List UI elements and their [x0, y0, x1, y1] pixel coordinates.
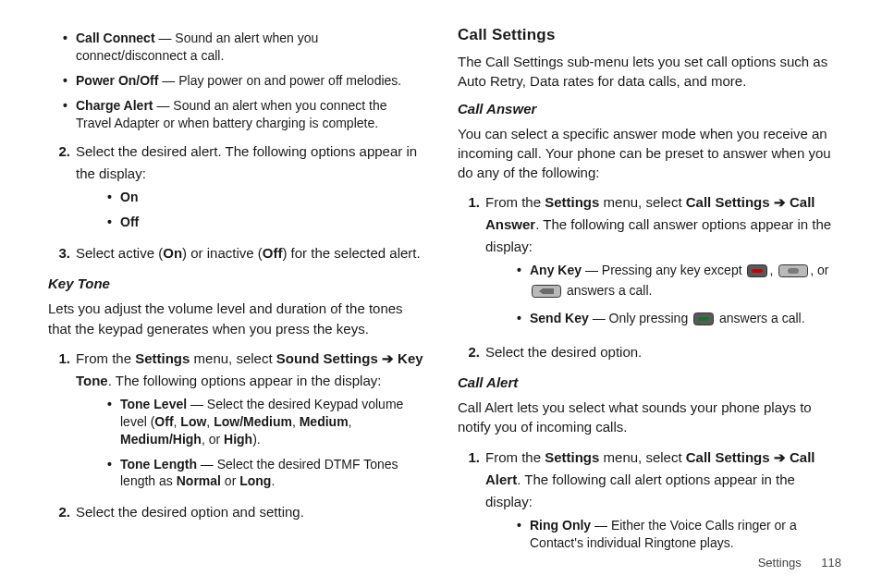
call-answer-options: Any Key — Pressing any key except , , or…: [517, 262, 834, 330]
step-1: 1. From the Settings menu, select Sound …: [48, 348, 424, 490]
list-item: Ring Only — Either the Voice Calls ringe…: [517, 517, 834, 552]
call-settings-heading: Call Settings: [458, 26, 834, 44]
key-tone-options: Tone Level — Select the desired Keypad v…: [107, 396, 424, 490]
alert-type-list: Call Connect — Sound an alert when you c…: [63, 30, 424, 131]
svg-rect-6: [698, 317, 709, 321]
list-item: Any Key — Pressing any key except , , or…: [517, 262, 834, 302]
end-key-icon: [747, 264, 767, 282]
arrow-icon: ➔: [774, 449, 786, 465]
list-item: Off: [107, 214, 424, 231]
column-right: Call Settings The Call Settings sub-menu…: [441, 26, 845, 570]
step-text: From the Settings menu, select Call Sett…: [485, 194, 831, 254]
call-answer-heading: Call Answer: [458, 101, 834, 116]
step-marker: 1.: [48, 348, 70, 370]
list-item: Power On/Off — Play power on and power o…: [63, 72, 424, 90]
page: Call Connect — Sound an alert when you c…: [0, 0, 882, 588]
call-answer-steps: 1. From the Settings menu, select Call S…: [458, 191, 834, 363]
call-answer-intro: You can select a specific answer mode wh…: [458, 124, 834, 183]
alert-steps: 2. Select the desired alert. The followi…: [48, 141, 424, 264]
step-marker: 1.: [458, 447, 480, 469]
step-marker: 2.: [48, 501, 70, 523]
step-text: From the Settings menu, select Sound Set…: [76, 350, 423, 388]
step-marker: 2.: [48, 141, 70, 163]
step-text: Select the desired alert. The following …: [76, 143, 417, 181]
on-off-list: On Off: [107, 189, 424, 231]
step-2: 2. Select the desired option and setting…: [48, 501, 424, 523]
list-item: Call Connect — Sound an alert when you c…: [63, 30, 424, 65]
call-alert-steps: 1. From the Settings menu, select Call S…: [458, 447, 834, 552]
step-2: 2. Select the desired option.: [458, 341, 834, 363]
step-text: Select active (On) or inactive (Off) for…: [76, 245, 421, 261]
arrow-icon: ➔: [774, 194, 786, 210]
step-marker: 1.: [458, 191, 480, 214]
step-2: 2. Select the desired alert. The followi…: [48, 141, 424, 231]
column-left: Call Connect — Sound an alert when you c…: [37, 26, 441, 570]
step-1: 1. From the Settings menu, select Call S…: [458, 447, 834, 552]
list-item: On: [107, 189, 424, 206]
step-text: Select the desired option and setting.: [76, 504, 304, 520]
call-alert-intro: Call Alert lets you select what sounds y…: [458, 398, 834, 437]
clear-key-icon: [532, 285, 561, 302]
page-footer: Settings 118: [758, 556, 841, 570]
step-marker: 3.: [48, 242, 70, 264]
step-1: 1. From the Settings menu, select Call S…: [458, 191, 834, 330]
step-3: 3. Select active (On) or inactive (Off) …: [48, 242, 424, 264]
step-marker: 2.: [458, 341, 480, 363]
list-item: Send Key — Only pressing answers a call.: [517, 310, 834, 330]
key-tone-intro: Lets you adjust the volume level and dur…: [48, 299, 424, 338]
footer-section: Settings: [758, 556, 802, 570]
svg-rect-3: [788, 268, 799, 274]
send-key-icon: [693, 312, 714, 330]
step-text: Select the desired option.: [485, 344, 642, 360]
arrow-icon: ➔: [382, 350, 394, 366]
footer-page-number: 118: [821, 556, 841, 570]
svg-rect-1: [752, 269, 763, 273]
call-settings-intro: The Call Settings sub-menu lets you set …: [458, 52, 834, 92]
speaker-key-icon: [778, 264, 808, 282]
list-item: Charge Alert — Sound an alert when you c…: [63, 97, 424, 132]
list-item: Tone Level — Select the desired Keypad v…: [107, 396, 424, 448]
call-alert-options: Ring Only — Either the Voice Calls ringe…: [517, 517, 834, 552]
step-text: From the Settings menu, select Call Sett…: [485, 449, 815, 509]
list-item: Tone Length — Select the desired DTMF To…: [107, 456, 424, 491]
key-tone-heading: Key Tone: [48, 276, 424, 291]
key-tone-steps: 1. From the Settings menu, select Sound …: [48, 348, 424, 523]
call-alert-heading: Call Alert: [458, 374, 834, 390]
